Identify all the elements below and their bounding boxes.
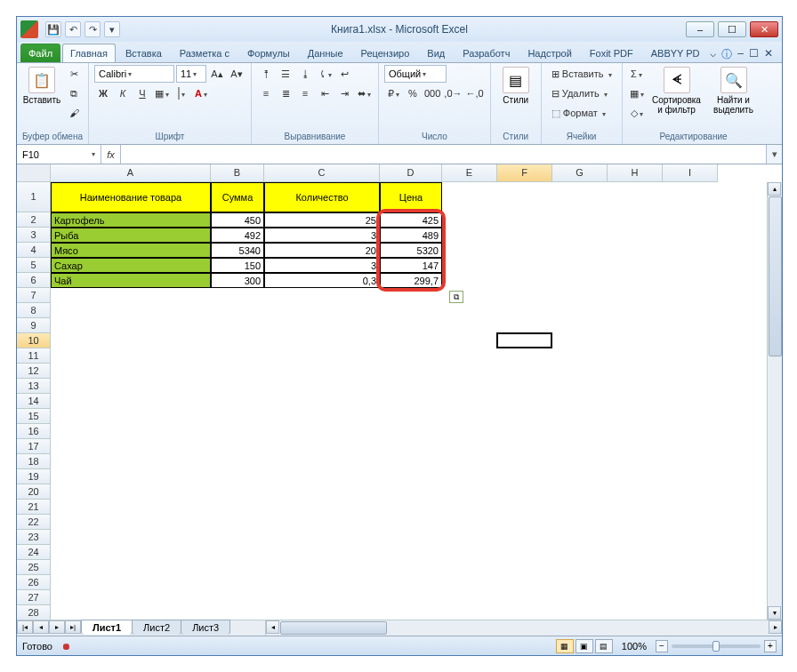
col-header-H[interactable]: H [608, 164, 663, 182]
orientation-button[interactable]: ⤹▾ [316, 65, 334, 83]
worksheet-grid[interactable]: ABCDEFGHI 123456789101112131415161718192… [17, 164, 782, 620]
formula-bar-expand[interactable]: ▾ [766, 145, 782, 164]
zoom-out-button[interactable]: − [656, 640, 668, 652]
row-header-7[interactable]: 7 [17, 288, 51, 303]
sheet-last-button[interactable]: ▸| [65, 620, 81, 634]
tab-главная[interactable]: Главная [62, 44, 116, 62]
align-center-button[interactable]: ≣ [277, 84, 294, 102]
cell-B2[interactable]: 450 [211, 212, 264, 228]
row-header-21[interactable]: 21 [17, 500, 51, 515]
cell-D2[interactable]: 425 [380, 212, 442, 228]
indent-dec-button[interactable]: ⇤ [316, 84, 334, 102]
vertical-scrollbar[interactable]: ▴ ▾ [767, 182, 782, 620]
align-bottom-button[interactable]: ⭳ [296, 65, 314, 83]
autosum-button[interactable]: Σ▾ [628, 65, 646, 83]
cell-C3[interactable]: 3 [264, 228, 380, 243]
tab-foxit pdf[interactable]: Foxit PDF [582, 44, 641, 62]
align-middle-button[interactable]: ☰ [277, 65, 294, 83]
italic-button[interactable]: К [114, 84, 132, 102]
cell-A4[interactable]: Мясо [51, 243, 211, 258]
sort-filter-button[interactable]: ᗛ Сортировка и фильтр [649, 65, 704, 116]
format-painter-button[interactable]: 🖌 [65, 104, 83, 122]
col-header-C[interactable]: C [264, 164, 380, 182]
maximize-button[interactable]: ☐ [718, 21, 746, 37]
align-left-button[interactable]: ≡ [257, 84, 275, 102]
cell-B3[interactable]: 492 [211, 228, 264, 243]
cell-A3[interactable]: Рыба [51, 228, 211, 243]
scroll-down-button[interactable]: ▾ [768, 606, 781, 620]
row-header-17[interactable]: 17 [17, 439, 51, 454]
cell-B5[interactable]: 150 [211, 258, 264, 273]
sheet-tab-Лист3[interactable]: Лист3 [181, 620, 230, 635]
scroll-right-button[interactable]: ▸ [769, 620, 782, 634]
save-button[interactable]: 💾 [45, 21, 61, 37]
zoom-thumb[interactable] [712, 641, 720, 652]
horizontal-scrollbar[interactable]: ◂ ▸ [265, 620, 782, 636]
macro-rec-icon[interactable]: ⏺ [61, 641, 71, 652]
col-header-G[interactable]: G [552, 164, 608, 182]
row-header-8[interactable]: 8 [17, 303, 51, 318]
font-color-button[interactable]: A▾ [192, 84, 210, 102]
bold-button[interactable]: Ж [94, 84, 112, 102]
find-select-button[interactable]: 🔍 Найти и выделить [708, 65, 760, 116]
row-header-20[interactable]: 20 [17, 484, 51, 500]
zoom-level[interactable]: 100% [622, 641, 647, 652]
scroll-left-button[interactable]: ◂ [266, 620, 279, 634]
row-header-14[interactable]: 14 [17, 394, 51, 409]
doc-close-icon[interactable]: ✕ [764, 47, 773, 62]
grow-font-button[interactable]: A▴ [208, 65, 226, 83]
sheet-tab-Лист2[interactable]: Лист2 [132, 620, 181, 635]
row-header-1[interactable]: 1 [17, 182, 51, 212]
tab-разметка с[interactable]: Разметка с [172, 44, 237, 62]
cell-A1[interactable]: Наименование товара [51, 182, 211, 212]
row-header-16[interactable]: 16 [17, 424, 51, 439]
underline-button[interactable]: Ч [133, 84, 151, 102]
delete-cells-button[interactable]: ⊟ Удалить ▾ [547, 84, 612, 102]
number-format-combo[interactable]: Общий▾ [384, 65, 447, 83]
row-header-6[interactable]: 6 [17, 273, 51, 288]
cell-D4[interactable]: 5320 [380, 243, 442, 258]
row-header-19[interactable]: 19 [17, 469, 51, 484]
autofill-options-icon[interactable]: ⧉ [449, 291, 463, 303]
cell-C4[interactable]: 20 [264, 243, 380, 258]
help-icon[interactable]: ⓘ [721, 47, 732, 62]
cell-D6[interactable]: 299,7 [380, 273, 442, 288]
name-box[interactable]: F10▾ [17, 145, 101, 164]
cell-D5[interactable]: 147 [380, 258, 442, 273]
shrink-font-button[interactable]: A▾ [228, 65, 246, 83]
hscroll-thumb[interactable] [280, 621, 387, 635]
cell-B1[interactable]: Сумма [211, 182, 264, 212]
col-header-B[interactable]: B [211, 164, 264, 182]
vscroll-thumb[interactable] [769, 196, 782, 356]
row-header-11[interactable]: 11 [17, 348, 51, 364]
cell-B4[interactable]: 5340 [211, 243, 264, 258]
undo-button[interactable]: ↶ [65, 21, 81, 37]
row-header-28[interactable]: 28 [17, 605, 51, 620]
col-header-D[interactable]: D [380, 164, 442, 182]
tab-данные[interactable]: Данные [300, 44, 351, 62]
cell-A5[interactable]: Сахар [51, 258, 211, 273]
row-header-23[interactable]: 23 [17, 530, 51, 545]
col-header-E[interactable]: E [442, 164, 497, 182]
cell-D1[interactable]: Цена [380, 182, 442, 212]
cell-B6[interactable]: 300 [211, 273, 264, 288]
row-header-15[interactable]: 15 [17, 409, 51, 424]
comma-button[interactable]: 000 [423, 84, 441, 102]
sheet-tab-Лист1[interactable]: Лист1 [81, 620, 133, 635]
currency-button[interactable]: ₽▾ [384, 84, 402, 102]
cell-A6[interactable]: Чай [51, 273, 211, 288]
row-header-27[interactable]: 27 [17, 590, 51, 605]
format-cells-button[interactable]: ⬚ Формат ▾ [547, 104, 610, 122]
cut-button[interactable]: ✂ [65, 65, 83, 83]
col-header-A[interactable]: A [51, 164, 211, 182]
view-page-layout-button[interactable]: ▣ [576, 639, 593, 653]
view-normal-button[interactable]: ▦ [556, 639, 574, 653]
percent-button[interactable]: % [404, 84, 422, 102]
tab-разработч[interactable]: Разработч [455, 44, 518, 62]
zoom-slider[interactable] [672, 644, 761, 648]
row-header-18[interactable]: 18 [17, 454, 51, 469]
col-header-I[interactable]: I [663, 164, 718, 182]
qat-customize[interactable]: ▾ [104, 21, 120, 37]
tab-вставка[interactable]: Вставка [117, 44, 170, 62]
view-page-break-button[interactable]: ▤ [595, 639, 613, 653]
